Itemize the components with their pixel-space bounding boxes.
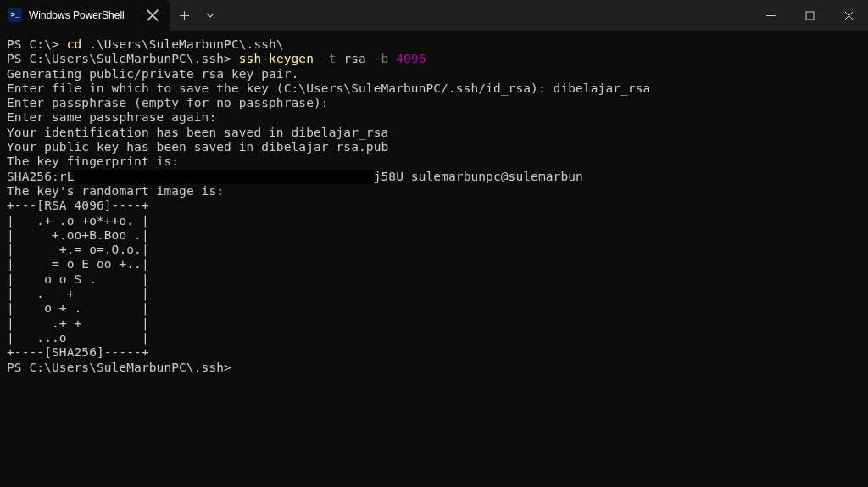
output-line: The key fingerprint is: bbox=[7, 154, 179, 168]
randomart-line: +----[SHA256]-----+ bbox=[7, 345, 149, 359]
prompt: PS C:\> bbox=[7, 37, 67, 51]
fingerprint-prefix: SHA256:rL bbox=[7, 170, 74, 183]
command-arg: .\Users\SuleMarbunPC\.ssh\ bbox=[81, 37, 283, 51]
powershell-icon: >_ bbox=[8, 8, 22, 22]
randomart-line: | +.= o=.O.o.| bbox=[7, 243, 149, 256]
close-icon bbox=[146, 8, 159, 22]
fingerprint-suffix: j58U sulemarbunpc@sulemarbun bbox=[374, 170, 583, 183]
new-tab-button[interactable] bbox=[170, 0, 198, 31]
close-icon bbox=[844, 11, 854, 20]
minimize-button[interactable] bbox=[751, 0, 790, 31]
titlebar-drag-area[interactable] bbox=[222, 0, 751, 31]
command-flag: -b bbox=[366, 52, 389, 65]
titlebar: >_ Windows PowerShell bbox=[0, 0, 868, 31]
output-line: Your identification has been saved in di… bbox=[7, 126, 388, 139]
randomart-line: +---[RSA 4096]----+ bbox=[7, 199, 149, 212]
command-flag: -t bbox=[314, 52, 337, 65]
terminal-output[interactable]: PS C:\> cd .\Users\SuleMarbunPC\.ssh\ PS… bbox=[0, 31, 868, 382]
command-arg: rsa bbox=[337, 52, 366, 65]
output-line: Generating public/private rsa key pair. bbox=[7, 67, 298, 81]
randomart-line: | +.oo+B.Boo .| bbox=[7, 228, 149, 242]
output-line: Enter same passphrase again: bbox=[7, 110, 216, 124]
command-arg: 4096 bbox=[388, 52, 426, 65]
randomart-line: | .+ + | bbox=[7, 316, 149, 330]
close-window-button[interactable] bbox=[829, 0, 868, 31]
command: ssh-keygen bbox=[239, 52, 314, 65]
maximize-icon bbox=[805, 11, 815, 20]
output-line: Enter file in which to save the key (C:\… bbox=[7, 81, 650, 95]
prompt: PS C:\Users\SuleMarbunPC\.ssh> bbox=[7, 361, 231, 374]
randomart-line: | ...o | bbox=[7, 331, 149, 344]
output-line: Enter passphrase (empty for no passphras… bbox=[7, 96, 329, 109]
plus-icon bbox=[180, 11, 189, 20]
tab-title: Windows PowerShell bbox=[29, 9, 139, 21]
svg-rect-0 bbox=[806, 12, 814, 20]
randomart-line: | .+ .o +o*++o. | bbox=[7, 214, 149, 227]
randomart-line: | . + | bbox=[7, 287, 149, 300]
randomart-line: | o + . | bbox=[7, 301, 149, 315]
output-line: The key's randomart image is: bbox=[7, 184, 224, 198]
minimize-icon bbox=[766, 11, 776, 20]
randomart-line: | o o S . | bbox=[7, 272, 149, 286]
prompt: PS C:\Users\SuleMarbunPC\.ssh> bbox=[7, 52, 239, 65]
fingerprint-redacted bbox=[74, 170, 373, 184]
chevron-down-icon bbox=[206, 13, 214, 18]
tab-powershell[interactable]: >_ Windows PowerShell bbox=[0, 0, 170, 31]
maximize-button[interactable] bbox=[790, 0, 829, 31]
randomart-line: | = o E oo +..| bbox=[7, 257, 149, 271]
output-line: Your public key has been saved in dibela… bbox=[7, 140, 388, 154]
tab-dropdown-button[interactable] bbox=[198, 0, 222, 31]
tab-close-button[interactable] bbox=[146, 8, 159, 22]
command: cd bbox=[67, 37, 82, 51]
